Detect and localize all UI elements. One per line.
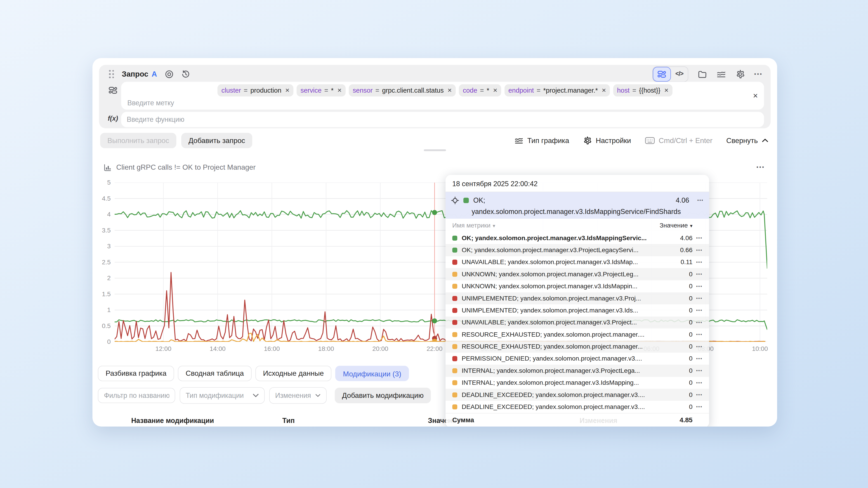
row-menu-icon[interactable]: ••• — [692, 284, 703, 289]
metric-name: UNAVAILABLE; yandex.solomon.project.mana… — [462, 258, 674, 266]
filter-chip[interactable]: service=*× — [297, 84, 345, 96]
chart-type-button[interactable]: Тип графика — [515, 136, 569, 145]
chart-title-row: Client gRPC calls != OK to Project Manag… — [103, 163, 256, 171]
tooltip-selected-series[interactable]: OK; 4.06 ••• yandex.solomon.project.mana… — [445, 192, 709, 219]
metric-value: 0 — [674, 283, 692, 290]
label-input-placeholder: Введите метку — [127, 99, 744, 107]
tooltip-metric-row[interactable]: UNIMPLEMENTED; yandex.solomon.project.ma… — [445, 304, 709, 316]
row-menu-icon[interactable]: ••• — [692, 404, 703, 410]
row-menu-icon[interactable]: ••• — [692, 308, 703, 313]
row-menu-icon[interactable]: ••• — [692, 235, 703, 240]
changes-select[interactable]: Изменения — [269, 387, 327, 404]
x-tick-label: 20:00 — [372, 345, 388, 352]
chip-remove-icon[interactable]: × — [338, 87, 342, 94]
chip-remove-icon[interactable]: × — [664, 87, 669, 94]
metric-name: PERMISSION_DENIED; yandex.solomon.projec… — [462, 355, 674, 362]
row-menu-icon[interactable]: ••• — [692, 260, 703, 265]
x-tick-label: 10:00 — [752, 345, 768, 352]
history-icon[interactable] — [181, 70, 190, 78]
filter-chip[interactable]: cluster=production× — [217, 84, 293, 96]
function-input[interactable]: Введите функцию — [121, 112, 764, 127]
row-menu-icon[interactable]: ••• — [694, 198, 704, 203]
tooltip-rest-row[interactable]: Остальные 4 — [445, 426, 709, 427]
row-menu-icon[interactable]: ••• — [692, 271, 703, 277]
row-menu-icon[interactable]: ••• — [692, 296, 703, 301]
row-menu-icon[interactable]: ••• — [692, 380, 703, 385]
filter-chip[interactable]: endpoint=*project.manager.*× — [504, 84, 610, 96]
metric-name: OK; yandex.solomon.project.manager.v3.Pr… — [462, 247, 674, 254]
row-menu-icon[interactable]: ••• — [692, 344, 703, 349]
chip-operator: = — [244, 87, 248, 94]
row-menu-icon[interactable]: ••• — [692, 332, 703, 337]
tooltip-metric-row[interactable]: UNAVAILABLE; yandex.solomon.project.mana… — [445, 317, 709, 328]
chart-lines-icon[interactable] — [717, 70, 726, 78]
tab-item[interactable]: Разбивка графика — [98, 366, 174, 381]
gear-icon[interactable] — [736, 69, 745, 79]
label-selector-input[interactable]: cluster=production×service=*×sensor=grpc… — [121, 82, 764, 109]
tooltip-metric-row[interactable]: UNAVAILABLE; yandex.solomon.project.mana… — [445, 256, 709, 268]
chip-key: service — [301, 87, 322, 94]
tooltip-metric-row[interactable]: RESOURCE_EXHAUSTED; yandex.solomon.proje… — [445, 328, 709, 340]
run-query-button[interactable]: Выполнить запрос — [100, 133, 176, 149]
row-menu-icon[interactable]: ••• — [692, 320, 703, 325]
metric-value: 0 — [674, 367, 692, 375]
tab-item[interactable]: Сводная таблица — [178, 366, 251, 381]
sort-by-name[interactable]: Имя метрики▾ — [452, 222, 495, 229]
series-color-swatch — [452, 236, 457, 240]
chart-menu-icon[interactable]: ••• — [756, 164, 765, 170]
tooltip-metric-row[interactable]: DEADLINE_EXCEEDED; yandex.solomon.projec… — [445, 389, 709, 401]
metric-name: UNKNOWN; yandex.solomon.project.manager.… — [462, 271, 674, 278]
metric-value: 0.66 — [674, 247, 692, 254]
filter-chip[interactable]: host={{host}}× — [613, 84, 673, 96]
y-tick-label: 3 — [107, 242, 111, 250]
preview-eye-icon[interactable] — [165, 70, 174, 78]
series-color-swatch — [452, 332, 457, 337]
col-type: Тип — [282, 417, 295, 424]
add-query-button[interactable]: Добавить запрос — [181, 133, 252, 149]
row-menu-icon[interactable]: ••• — [692, 356, 703, 361]
tab-active[interactable]: Модификации (3) — [335, 366, 409, 381]
tooltip-metric-row[interactable]: UNIMPLEMENTED; yandex.solomon.project.ma… — [445, 292, 709, 304]
tooltip-metric-row[interactable]: PERMISSION_DENIED; yandex.solomon.projec… — [445, 353, 709, 365]
tooltip-metric-row[interactable]: UNKNOWN; yandex.solomon.project.manager.… — [445, 281, 709, 292]
resize-handle[interactable] — [424, 149, 446, 151]
series-color-swatch — [452, 368, 457, 373]
clear-selectors-icon[interactable]: × — [753, 91, 758, 101]
tooltip-metric-row[interactable]: OK; yandex.solomon.project.manager.v3.Id… — [445, 232, 709, 244]
metric-value: 0 — [674, 295, 692, 302]
chip-remove-icon[interactable]: × — [447, 87, 452, 94]
modification-filter-input[interactable] — [98, 388, 175, 403]
editor-mode-switch: </> — [652, 66, 688, 82]
builder-mode-button[interactable] — [653, 67, 671, 82]
row-menu-icon[interactable]: ••• — [692, 392, 703, 397]
function-input-placeholder: Введите функцию — [127, 116, 184, 123]
settings-button[interactable]: Настройки — [583, 136, 631, 145]
selected-value: 4.06 — [676, 196, 689, 204]
series-color-swatch — [452, 260, 457, 265]
tooltip-metric-row[interactable]: DEADLINE_EXCEEDED; yandex.solomon.projec… — [445, 401, 709, 413]
drag-handle-icon[interactable] — [109, 70, 114, 78]
row-menu-icon[interactable]: ••• — [692, 248, 703, 253]
folder-icon[interactable] — [698, 70, 707, 78]
more-menu-icon[interactable]: ••• — [754, 71, 763, 77]
tooltip-metric-row[interactable]: RESOURCE_EXHAUSTED; yandex.solomon.proje… — [445, 340, 709, 352]
modification-type-select[interactable]: Тип модификации — [180, 387, 265, 404]
chip-remove-icon[interactable]: × — [285, 87, 289, 94]
labels-icon — [105, 82, 121, 109]
chip-remove-icon[interactable]: × — [493, 87, 497, 94]
tooltip-columns: Имя метрики▾ Значение▾ — [445, 219, 709, 232]
tab-item[interactable]: Исходные данные — [255, 366, 332, 381]
add-modification-button[interactable]: Добавить модификацию — [335, 388, 431, 403]
chip-remove-icon[interactable]: × — [602, 87, 606, 94]
filter-chip[interactable]: code=*× — [459, 84, 501, 96]
tooltip-metric-row[interactable]: OK; yandex.solomon.project.manager.v3.Pr… — [445, 244, 709, 256]
chip-operator: = — [537, 87, 540, 94]
row-menu-icon[interactable]: ••• — [692, 368, 703, 373]
tooltip-metric-row[interactable]: INTERNAL; yandex.solomon.project.manager… — [445, 377, 709, 389]
sort-by-value[interactable]: Значение▾ — [659, 222, 692, 229]
filter-chip[interactable]: sensor=grpc.client.call.status× — [349, 84, 456, 96]
tooltip-metric-row[interactable]: UNKNOWN; yandex.solomon.project.manager.… — [445, 268, 709, 280]
collapse-button[interactable]: Свернуть — [726, 136, 768, 145]
code-mode-button[interactable]: </> — [671, 67, 688, 80]
tooltip-metric-row[interactable]: INTERNAL; yandex.solomon.project.manager… — [445, 365, 709, 377]
